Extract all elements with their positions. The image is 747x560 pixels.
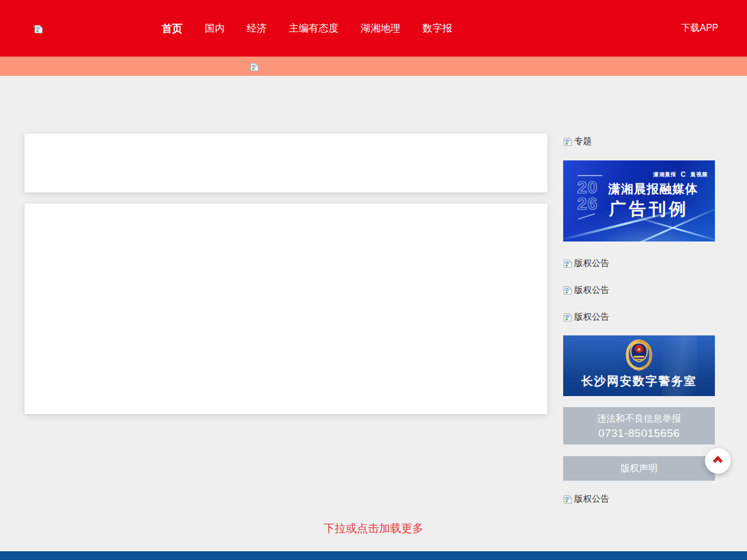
copyright-broken-image-1[interactable]: 版权公告 (563, 258, 609, 269)
ad-year-line2: 26 (577, 195, 598, 212)
police-badge-icon: ★ (622, 338, 656, 371)
nav-item-economy[interactable]: 经济 (247, 22, 267, 35)
content-card-main (25, 204, 547, 414)
load-more-button[interactable]: 下拉或点击加载更多 (0, 521, 747, 536)
ad-banner-subtitle: 广告刊例 (609, 198, 689, 221)
topic-broken-image[interactable]: 专题 (563, 136, 592, 147)
broken-image-icon (563, 137, 573, 146)
police-station-banner[interactable]: ★ 长沙网安数字警务室 (563, 335, 715, 396)
ad-banner-year: 20 26 (577, 179, 598, 212)
report-phone: 0731-85015656 (563, 426, 715, 441)
svg-text:★: ★ (637, 346, 641, 352)
copyright-alt-text: 版权公告 (574, 312, 609, 323)
ad-banner-brand-logos: 潇湘晨报 C晨视频 (653, 170, 708, 178)
nav-item-digital[interactable]: 数字报 (423, 22, 452, 35)
content-card-top (25, 134, 547, 192)
footer-bar (0, 551, 747, 560)
promo-strip-banner[interactable] (0, 57, 747, 76)
nav-item-home[interactable]: 首页 (162, 22, 183, 36)
copyright-alt-text: 版权公告 (574, 285, 609, 296)
copyright-broken-image-3[interactable]: 版权公告 (563, 312, 609, 323)
chevron-up-icon (711, 453, 725, 469)
page: 首页 国内 经济 主编有态度 湖湘地理 数字报 下载APP 下拉或点击加载更多 … (0, 0, 747, 560)
nav-item-editor[interactable]: 主编有态度 (289, 22, 338, 35)
back-to-top-button[interactable] (705, 448, 731, 474)
nav-item-domestic[interactable]: 国内 (205, 22, 225, 35)
report-line: 违法和不良信息举报 (563, 412, 715, 426)
main-nav: 首页 国内 经济 主编有态度 湖湘地理 数字报 (162, 0, 452, 57)
copyright-statement-button[interactable]: 版权声明 (563, 456, 715, 481)
brand-xiaoxiang-label: 潇湘晨报 (653, 171, 676, 178)
broken-image-icon (563, 313, 573, 322)
report-info-box[interactable]: 违法和不良信息举报 0731-85015656 (563, 407, 715, 444)
header: 首页 国内 经济 主编有态度 湖湘地理 数字报 下载APP (0, 0, 747, 57)
ad-year-line1: 20 (577, 179, 598, 195)
broken-image-icon (563, 495, 573, 504)
copyright-broken-image-4[interactable]: 版权公告 (563, 494, 609, 505)
broken-image-icon (563, 259, 573, 268)
site-logo-broken-image-icon[interactable] (34, 24, 43, 34)
nav-item-geography[interactable]: 湖湘地理 (361, 22, 400, 35)
topic-alt-text: 专题 (574, 136, 592, 147)
broken-image-icon (563, 286, 573, 295)
ad-banner-2026[interactable]: 潇湘晨报 C晨视频 20 26 潇湘晨报融媒体 广告刊例 (563, 160, 715, 242)
brand-c-icon: C (680, 170, 686, 178)
copyright-alt-text: 版权公告 (574, 258, 609, 269)
police-banner-label: 长沙网安数字警务室 (563, 373, 715, 389)
copyright-alt-text: 版权公告 (574, 494, 609, 505)
promo-broken-image-icon (250, 62, 259, 72)
brand-chenshipin-label: 晨视频 (690, 171, 708, 178)
download-app-link[interactable]: 下载APP (681, 0, 718, 57)
ad-banner-title: 潇湘晨报融媒体 (608, 181, 698, 197)
copyright-broken-image-2[interactable]: 版权公告 (563, 285, 609, 296)
